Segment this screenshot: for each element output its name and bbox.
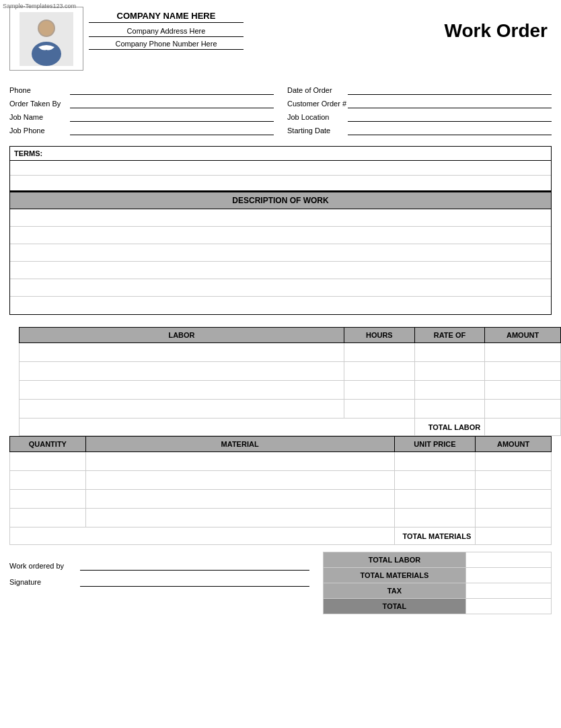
labor-table-wrapper: LABOR HOURS RATE OF AMOUNT	[9, 327, 552, 436]
company-address: Company Address Here	[89, 27, 244, 37]
description-section: DESCRIPTION OF WORK	[9, 191, 552, 315]
totals-labor-row: TOTAL LABOR	[324, 552, 552, 568]
mat-row-2[interactable]	[10, 471, 552, 490]
phone-label: Phone	[9, 86, 70, 94]
materials-header-row: QUANTITY MATERIAL UNIT PRICE AMOUNT	[10, 437, 552, 452]
total-labor-row: TOTAL LABOR	[20, 418, 561, 436]
amount-col-header: AMOUNT	[485, 328, 561, 343]
totals-tax-value[interactable]	[465, 583, 551, 599]
company-info: COMPANY NAME HERE Company Address Here C…	[89, 7, 244, 52]
svg-point-3	[39, 21, 54, 36]
desc-row-3[interactable]	[10, 244, 551, 262]
quantity-col-header: QUANTITY	[10, 437, 86, 452]
totals-materials-value[interactable]	[465, 568, 551, 583]
date-order-field[interactable]	[348, 85, 552, 95]
work-ordered-row: Work ordered by	[9, 561, 309, 571]
desc-row-4[interactable]	[10, 262, 551, 279]
job-name-field[interactable]	[70, 112, 274, 122]
terms-section: TERMS:	[9, 146, 552, 191]
labor-col-header: LABOR	[20, 328, 344, 343]
total-materials-row: TOTAL MATERIALS	[10, 527, 552, 545]
unitprice-col-header: UNIT PRICE	[394, 437, 476, 452]
desc-row-2[interactable]	[10, 227, 551, 244]
labor-header-row: LABOR HOURS RATE OF AMOUNT	[20, 328, 561, 343]
job-phone-field[interactable]	[70, 126, 274, 135]
totals-total-label: TOTAL	[324, 599, 466, 614]
date-order-row: Date of Order	[287, 85, 552, 95]
form-right: Date of Order Customer Order # Job Locat…	[287, 85, 552, 139]
terms-header: TERMS:	[10, 147, 551, 161]
logo-icon	[20, 12, 73, 66]
order-taken-row: Order Taken By	[9, 99, 274, 108]
labor-row-4[interactable]	[20, 400, 561, 418]
customer-order-row: Customer Order #	[287, 99, 552, 108]
description-header: DESCRIPTION OF WORK	[10, 192, 551, 209]
page-title: Work Order	[444, 7, 552, 42]
job-name-label: Job Name	[9, 113, 70, 121]
desc-row-6[interactable]	[10, 297, 551, 314]
form-section: Phone Order Taken By Job Name Job Phone …	[0, 75, 561, 146]
mat-row-4[interactable]	[10, 509, 552, 527]
signature-section: Work ordered by Signature	[9, 552, 309, 593]
starting-date-label: Starting Date	[287, 126, 348, 135]
materials-table-wrapper: QUANTITY MATERIAL UNIT PRICE AMOUNT	[9, 436, 552, 545]
work-ordered-label: Work ordered by	[9, 562, 80, 570]
customer-order-field[interactable]	[348, 99, 552, 108]
labor-row-1[interactable]	[20, 343, 561, 362]
job-phone-row: Job Phone	[9, 126, 274, 135]
phone-field[interactable]	[70, 85, 274, 95]
totals-labor-label: TOTAL LABOR	[324, 552, 466, 568]
terms-row-2[interactable]	[10, 176, 551, 190]
customer-order-label: Customer Order #	[287, 100, 348, 108]
terms-row-1[interactable]	[10, 161, 551, 176]
totals-tax-row: TAX	[324, 583, 552, 599]
totals-final-row: TOTAL	[324, 599, 552, 614]
material-col-header: MATERIAL	[85, 437, 394, 452]
labor-row-2[interactable]	[20, 362, 561, 381]
hours-col-header: HOURS	[344, 328, 415, 343]
mat-row-3[interactable]	[10, 490, 552, 509]
company-name: COMPANY NAME HERE	[89, 11, 244, 23]
totals-materials-row: TOTAL MATERIALS	[324, 568, 552, 583]
job-location-field[interactable]	[348, 112, 552, 122]
job-phone-label: Job Phone	[9, 126, 70, 135]
totals-tax-label: TAX	[324, 583, 466, 599]
summary-section: Work ordered by Signature TOTAL LABOR TO…	[0, 545, 561, 621]
job-name-row: Job Name	[9, 112, 274, 122]
signature-row: Signature	[9, 577, 309, 587]
totals-materials-label: TOTAL MATERIALS	[324, 568, 466, 583]
work-ordered-field[interactable]	[80, 561, 309, 571]
totals-labor-value[interactable]	[465, 552, 551, 568]
order-taken-label: Order Taken By	[9, 100, 70, 108]
totals-table: TOTAL LABOR TOTAL MATERIALS TAX TOTAL	[323, 552, 552, 614]
phone-row: Phone	[9, 85, 274, 95]
logo-box	[9, 7, 83, 71]
totals-total-value[interactable]	[465, 599, 551, 614]
starting-date-row: Starting Date	[287, 126, 552, 135]
job-location-label: Job Location	[287, 113, 348, 121]
watermark: Sample-Templates123.com	[3, 3, 76, 9]
header: COMPANY NAME HERE Company Address Here C…	[0, 0, 561, 75]
form-left: Phone Order Taken By Job Name Job Phone	[9, 85, 274, 139]
desc-row-1[interactable]	[10, 209, 551, 227]
signature-field[interactable]	[80, 577, 309, 587]
desc-row-5[interactable]	[10, 279, 551, 297]
signature-label: Signature	[9, 578, 80, 586]
starting-date-field[interactable]	[348, 126, 552, 135]
date-order-label: Date of Order	[287, 86, 348, 94]
rateof-col-header: RATE OF	[414, 328, 485, 343]
mat-row-1[interactable]	[10, 452, 552, 471]
mat-amount-col-header: AMOUNT	[476, 437, 552, 452]
order-taken-field[interactable]	[70, 99, 274, 108]
labor-row-3[interactable]	[20, 381, 561, 400]
company-phone: Company Phone Number Here	[89, 40, 244, 50]
job-location-row: Job Location	[287, 112, 552, 122]
